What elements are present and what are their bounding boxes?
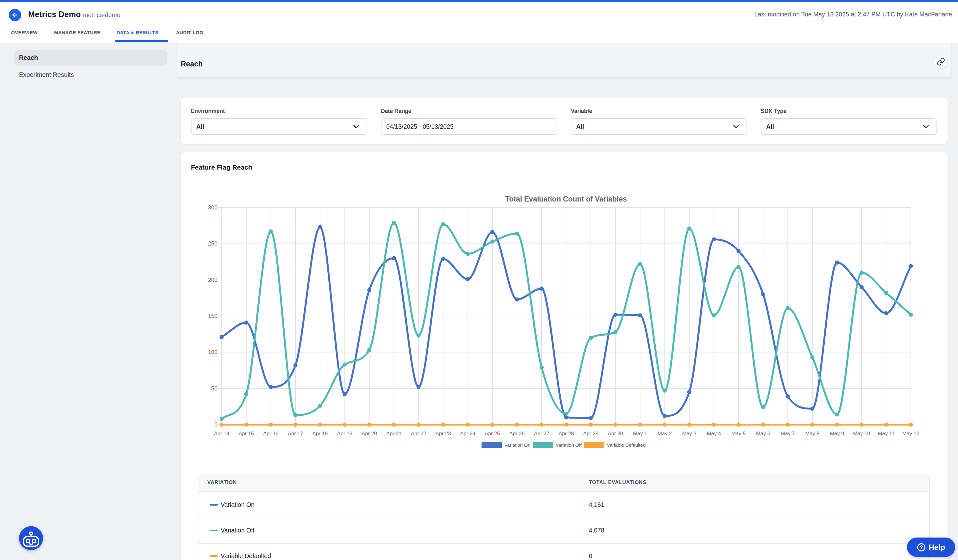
svg-text:Apr 30: Apr 30 <box>608 430 623 436</box>
svg-text:150: 150 <box>208 313 217 319</box>
svg-text:100: 100 <box>208 349 217 355</box>
svg-text:Variation On: Variation On <box>504 442 530 448</box>
svg-text:May 1: May 1 <box>633 430 647 436</box>
svg-text:250: 250 <box>208 240 217 247</box>
svg-text:Apr 17: Apr 17 <box>288 430 303 436</box>
svg-text:May 5: May 5 <box>731 430 745 436</box>
svg-text:May 11: May 11 <box>878 430 895 436</box>
svg-text:300: 300 <box>208 204 217 211</box>
svg-text:May 7: May 7 <box>781 430 795 436</box>
svg-text:Variation Off: Variation Off <box>556 442 582 448</box>
svg-text:Apr 25: Apr 25 <box>485 430 500 436</box>
svg-text:Apr 16: Apr 16 <box>263 430 279 436</box>
svg-text:Apr 20: Apr 20 <box>362 430 377 436</box>
svg-text:Apr 15: Apr 15 <box>238 430 254 436</box>
svg-text:50: 50 <box>211 385 217 392</box>
svg-text:Apr 28: Apr 28 <box>558 430 574 436</box>
svg-text:Apr 19: Apr 19 <box>337 430 352 436</box>
svg-text:Total Evaluation Count of Vari: Total Evaluation Count of Variables <box>505 195 627 203</box>
svg-text:Apr 23: Apr 23 <box>435 430 451 436</box>
svg-text:May 6: May 6 <box>756 430 770 436</box>
svg-text:May 8: May 8 <box>806 430 820 436</box>
svg-text:May 2: May 2 <box>658 430 672 436</box>
svg-text:May 12: May 12 <box>902 430 919 436</box>
svg-text:Apr 14: Apr 14 <box>214 430 230 436</box>
svg-text:0: 0 <box>214 421 217 428</box>
svg-text:May 9: May 9 <box>830 430 844 436</box>
svg-text:Apr 29: Apr 29 <box>583 430 599 436</box>
svg-text:May 10: May 10 <box>853 430 870 436</box>
svg-text:Apr 24: Apr 24 <box>460 430 476 436</box>
svg-text:Variable Defaulted: Variable Defaulted <box>607 442 646 448</box>
svg-text:May 4: May 4 <box>707 430 721 436</box>
svg-text:May 3: May 3 <box>682 430 696 436</box>
svg-text:Apr 21: Apr 21 <box>386 430 402 436</box>
svg-text:Apr 26: Apr 26 <box>509 430 525 436</box>
svg-text:Apr 27: Apr 27 <box>534 430 549 436</box>
svg-text:200: 200 <box>208 277 217 283</box>
svg-text:?: ? <box>920 545 923 550</box>
svg-text:Apr 22: Apr 22 <box>411 430 427 436</box>
svg-text:Apr 18: Apr 18 <box>312 430 328 436</box>
